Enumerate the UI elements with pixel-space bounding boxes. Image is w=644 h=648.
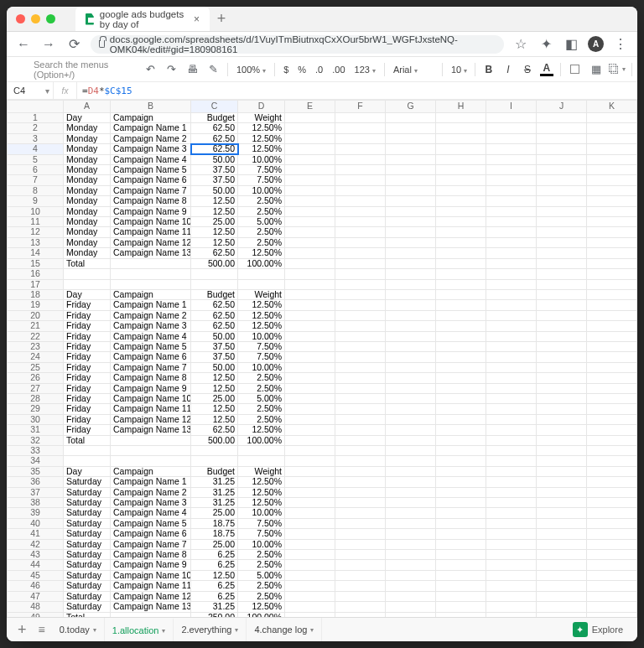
cell[interactable]	[436, 529, 486, 539]
cell[interactable]	[587, 289, 637, 299]
cell[interactable]	[587, 237, 637, 247]
cell[interactable]	[335, 196, 386, 206]
cell[interactable]: Saturday	[64, 581, 111, 591]
cell[interactable]	[335, 269, 386, 279]
cell[interactable]	[587, 404, 637, 414]
cell[interactable]: 12.50%	[238, 425, 285, 435]
undo-button[interactable]: ↶	[143, 62, 158, 77]
cell[interactable]: Campaign Name 11	[111, 227, 191, 237]
cell[interactable]	[386, 227, 436, 237]
cell[interactable]	[111, 435, 191, 445]
cell[interactable]	[486, 289, 537, 299]
cell[interactable]	[335, 279, 386, 289]
cell[interactable]	[537, 175, 587, 185]
cell[interactable]	[436, 602, 486, 612]
cell[interactable]	[64, 269, 111, 279]
column-header-J[interactable]: J	[537, 101, 587, 113]
cell[interactable]: 12.50%	[238, 123, 285, 133]
cell[interactable]: Friday	[64, 404, 111, 414]
cell[interactable]	[386, 498, 436, 508]
cell[interactable]	[537, 248, 587, 258]
cell[interactable]	[335, 518, 386, 528]
cell[interactable]: Saturday	[64, 539, 111, 549]
cell[interactable]	[537, 310, 587, 320]
cell[interactable]: 12.50	[191, 196, 238, 206]
cell[interactable]	[587, 123, 637, 133]
cell[interactable]	[335, 362, 386, 372]
cell[interactable]: Friday	[64, 341, 111, 351]
cell[interactable]	[335, 414, 386, 424]
cell[interactable]	[386, 456, 436, 466]
cell[interactable]: Campaign Name 5	[111, 341, 191, 351]
cell[interactable]	[436, 123, 486, 133]
cell[interactable]	[335, 289, 386, 299]
row-header[interactable]: 4	[8, 144, 64, 154]
cell[interactable]	[486, 508, 537, 518]
cell[interactable]	[285, 175, 335, 185]
cell[interactable]	[587, 217, 637, 227]
cell[interactable]	[285, 279, 335, 289]
cell[interactable]	[386, 248, 436, 258]
cell[interactable]	[587, 362, 637, 372]
extension-icon[interactable]: ◧	[563, 36, 579, 53]
cell[interactable]	[587, 591, 637, 601]
cell[interactable]	[285, 591, 335, 601]
cell[interactable]: Campaign Name 4	[111, 508, 191, 518]
cell[interactable]	[436, 331, 486, 341]
column-header-K[interactable]: K	[587, 101, 637, 113]
extensions-icon[interactable]: ✦	[538, 36, 554, 53]
cell[interactable]	[436, 393, 486, 403]
cell[interactable]	[537, 414, 587, 424]
cell[interactable]	[587, 154, 637, 164]
cell[interactable]	[537, 570, 587, 580]
cell[interactable]	[335, 310, 386, 320]
cell[interactable]	[537, 383, 587, 393]
cell[interactable]	[335, 341, 386, 351]
cell[interactable]	[285, 206, 335, 216]
cell[interactable]	[436, 196, 486, 206]
cell[interactable]	[285, 393, 335, 403]
cell[interactable]	[587, 466, 637, 476]
cell[interactable]	[486, 612, 537, 617]
column-header-F[interactable]: F	[335, 101, 386, 113]
text-color-button[interactable]: A	[540, 62, 553, 76]
cell[interactable]: 12.50%	[238, 477, 285, 487]
cell[interactable]	[486, 144, 537, 154]
cell[interactable]: Campaign Name 9	[111, 383, 191, 393]
cell[interactable]	[537, 133, 587, 143]
cell[interactable]	[285, 602, 335, 612]
cell[interactable]	[537, 154, 587, 164]
cell[interactable]	[537, 425, 587, 435]
cell[interactable]	[436, 487, 486, 497]
cell[interactable]	[486, 165, 537, 175]
cell[interactable]	[537, 227, 587, 237]
cell[interactable]: 10.00%	[238, 539, 285, 549]
cell[interactable]	[386, 300, 436, 310]
cell[interactable]: 62.50	[191, 425, 238, 435]
column-header-H[interactable]: H	[436, 101, 486, 113]
cell[interactable]	[587, 279, 637, 289]
cell[interactable]	[285, 154, 335, 164]
cell[interactable]: Campaign Name 5	[111, 518, 191, 528]
cell[interactable]	[486, 539, 537, 549]
cell[interactable]	[587, 248, 637, 258]
cell[interactable]	[285, 508, 335, 518]
cell[interactable]: Day	[64, 466, 111, 476]
cell[interactable]	[436, 310, 486, 320]
cell[interactable]: Monday	[64, 154, 111, 164]
cell[interactable]: Total	[64, 612, 111, 617]
cell[interactable]: 12.50%	[238, 321, 285, 331]
cell[interactable]	[285, 414, 335, 424]
cell[interactable]: 12.50	[191, 414, 238, 424]
cell[interactable]	[486, 414, 537, 424]
cell[interactable]	[436, 550, 486, 560]
cell[interactable]	[386, 196, 436, 206]
cell[interactable]	[537, 185, 587, 195]
cell[interactable]: 5.00%	[238, 393, 285, 403]
cell[interactable]: 12.50	[191, 206, 238, 216]
cell[interactable]: Campaign Name 6	[111, 175, 191, 185]
cell[interactable]	[587, 518, 637, 528]
cell[interactable]: Monday	[64, 248, 111, 258]
cell[interactable]: Friday	[64, 393, 111, 403]
cell[interactable]	[285, 113, 335, 123]
